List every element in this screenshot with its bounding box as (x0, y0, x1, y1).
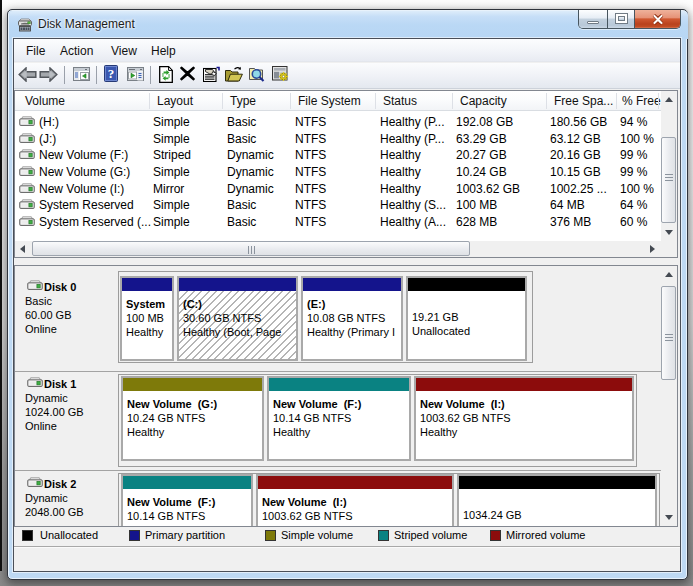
svg-text:?: ? (108, 66, 115, 81)
